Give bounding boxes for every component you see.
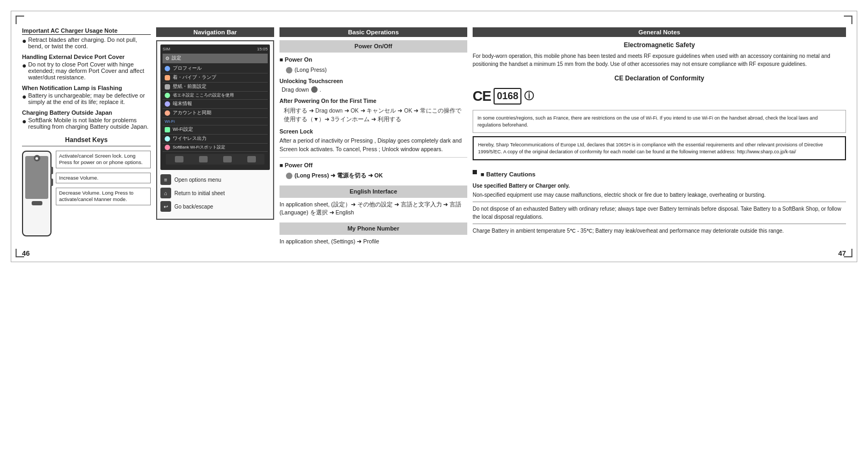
- phone-btn: [32, 201, 42, 205]
- nav-btn-extra: [247, 156, 256, 162]
- english-interface-desc: In application sheet, (設定）➜ その他の設定 ➜ 言語と…: [279, 201, 467, 218]
- handling-external-item1: ● Do not try to close Port Cover with hi…: [22, 61, 151, 80]
- power-icon: [34, 155, 40, 161]
- basic-ops-content: Power On/Off ■ Power On (Long Press) Unl…: [279, 40, 467, 246]
- key-labels: Activate/cancel Screen lock. Long Press …: [56, 151, 151, 205]
- drag-down-line: Drag down .: [282, 86, 467, 94]
- power-on-icon-label: (Long Press): [295, 66, 327, 75]
- power-circle-icon: [286, 67, 292, 73]
- period: .: [320, 86, 321, 94]
- important-note-item1: ● Retract blades after charging. Do not …: [22, 36, 151, 49]
- phone-screen: [25, 156, 48, 199]
- my-phone-number-desc: In application sheet, (Settings) ➜ Profi…: [279, 238, 467, 246]
- divider-1: [279, 157, 467, 158]
- page-num-right: 47: [838, 249, 846, 257]
- status-sim: SIM: [163, 47, 170, 51]
- settings-icon: ⚙: [165, 56, 170, 61]
- nav-btn-menu: [175, 156, 183, 162]
- battery-rule-2: [473, 224, 846, 224]
- lock-icon: [311, 86, 318, 93]
- bell-icon: [165, 75, 170, 80]
- electromagnetic-safety-title: Electromagnetic Safety: [473, 40, 846, 50]
- page-num-left: 46: [22, 249, 30, 257]
- notification-lamp-item1: ● Battery is unchargeable; may be defect…: [22, 92, 151, 105]
- home-symbol: ⌂: [164, 190, 167, 196]
- col3-basic-ops: Basic Operations Power On/Off ■ Power On…: [279, 27, 467, 246]
- status-bar: SIM 15:05: [163, 47, 268, 51]
- menu-icon-box: ≡: [160, 174, 171, 185]
- legend-label-home: Return to initial sheet: [174, 190, 225, 196]
- corner-mark-tl: [16, 16, 24, 24]
- bullet-icon: ●: [22, 61, 26, 70]
- wifi-icon: [165, 127, 170, 132]
- menu-item-profile: プロフィール: [163, 64, 268, 73]
- phone-screen-sim: SIM 15:05 ⚙ 設定 プロフィール 着・バイブ・ランプ: [160, 44, 270, 170]
- nav-legend: ≡ Open options menu ⌂ Return to initial …: [157, 170, 273, 219]
- english-interface-title: English Interface: [279, 185, 467, 198]
- back-symbol: ↩: [164, 204, 168, 210]
- charging-battery-title: Charging Battery Outside Japan: [22, 109, 151, 116]
- important-note-title: Important AC Charger Usage Note: [22, 27, 151, 35]
- nav-bar-box: SIM 15:05 ⚙ 設定 プロフィール 着・バイブ・ランプ: [156, 40, 274, 220]
- bullet-icon: ●: [22, 36, 26, 46]
- wireless-icon: [165, 136, 170, 142]
- menu-item-wifi: Wi-Fi設定: [163, 125, 268, 135]
- settings-header: ⚙ 設定: [163, 54, 268, 63]
- general-notes-title: General Notes: [473, 27, 846, 37]
- menu-label-softbank: SoftBank Wi-Fiスポット設定: [173, 145, 225, 150]
- settings-label: 設定: [172, 55, 181, 62]
- corner-mark-tr: [844, 16, 852, 24]
- account-icon: [165, 110, 170, 116]
- legend-label-back: Go back/escape: [174, 204, 213, 210]
- conformity-box: Hereby, Sharp Telecommunications of Euro…: [473, 136, 846, 160]
- col1-notes: Important AC Charger Usage Note ● Retrac…: [22, 27, 151, 246]
- important-note-text1: Retract blades after charging. Do not pu…: [28, 36, 151, 49]
- menu-item-wallpaper: 壁紙・前面設定: [163, 83, 268, 92]
- home-icon-box: ⌂: [160, 188, 171, 198]
- handling-external-title: Handling External Device Port Cover: [22, 54, 151, 60]
- person-icon: [165, 66, 170, 71]
- menu-label-info: 端末情報: [173, 101, 192, 107]
- my-phone-number-title: My Phone Number: [279, 222, 467, 235]
- black-square-icon: [473, 170, 477, 174]
- menu-label-bell: 着・バイブ・ランプ: [173, 75, 216, 81]
- general-notes-content: Electromagnetic Safety For body-worn ope…: [473, 40, 846, 235]
- col4-general-notes: General Notes Electromagnetic Safety For…: [473, 27, 846, 246]
- key2-label: Increase Volume.: [56, 173, 151, 183]
- legend-item-menu: ≡ Open options menu: [160, 174, 270, 185]
- menu-label-account: アカウントと同期: [173, 110, 211, 116]
- power-off-heading: ■ Power Off: [279, 161, 467, 170]
- phone-side-btn-top: [50, 167, 53, 174]
- menu-symbol: ≡: [164, 177, 167, 183]
- handset-keys-title: Handset Keys: [22, 136, 151, 146]
- power-on-off-title: Power On/Off: [279, 40, 467, 53]
- legend-item-back: ↩ Go back/escape: [160, 201, 270, 212]
- use-specified-text: Use specified Battery or Charger only.: [473, 182, 846, 190]
- charge-ambient-text: Charge Battery in ambient temperature 5℃…: [473, 227, 846, 235]
- power-off-text: (Long Press) ➜ 電源を切る ➜ OK: [295, 172, 383, 180]
- wifi-notice-text: In some countries/regions, such as Franc…: [477, 115, 818, 128]
- menu-label-eco: 省エネ設定 こころの設定を使用: [173, 93, 234, 98]
- notification-lamp-title: When Notification Lamp is Flashing: [22, 85, 151, 91]
- ce-mark: CE: [473, 86, 491, 107]
- non-specified-text: Non-specified equipment use may cause ma…: [473, 191, 846, 199]
- menu-item-bell: 着・バイブ・ランプ: [163, 73, 268, 83]
- do-not-dispose-text: Do not dispose of an exhausted Battery w…: [473, 205, 846, 221]
- phone-side-btn-mid: [50, 179, 53, 186]
- key1-label: Activate/cancel Screen lock. Long Press …: [56, 151, 151, 168]
- japanese-steps: 利用する ➜ Drag down ➜ OK ➜ キャンセル ➜ OK ➜ 常にこ…: [284, 107, 467, 124]
- screen-lock-title: Screen Lock: [279, 128, 467, 136]
- ce-number: 0168: [494, 88, 521, 105]
- menu-item-wireless: ワイヤレス出力: [163, 135, 268, 144]
- ce-mark-row: CE 0168 ⓘ: [473, 86, 846, 107]
- nav-btn-back: [223, 156, 232, 162]
- menu-item-eco: 省エネ設定 こころの設定を使用: [163, 92, 268, 100]
- eco-icon: [165, 93, 170, 98]
- bullet-icon: ●: [22, 117, 26, 126]
- legend-label-menu: Open options menu: [174, 177, 221, 183]
- nav-bar-title: Navigation Bar: [156, 27, 274, 37]
- page-container: Important AC Charger Usage Note ● Retrac…: [11, 11, 857, 262]
- ce-declaration-title: CE Declaration of Conformity: [473, 73, 846, 83]
- phone-nav-bar: [166, 154, 264, 165]
- battery-cautions-content: Use specified Battery or Charger only. N…: [473, 182, 846, 235]
